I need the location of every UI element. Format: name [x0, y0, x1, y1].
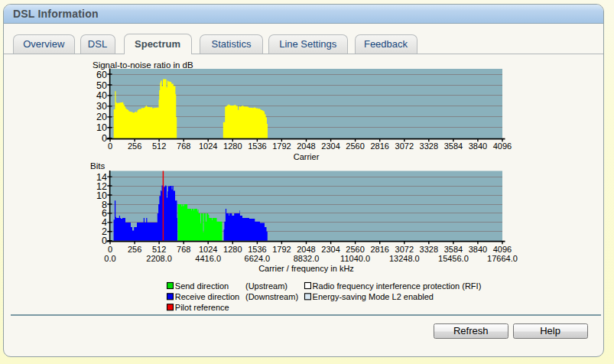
- svg-text:30: 30: [96, 101, 107, 112]
- svg-text:40: 40: [96, 90, 107, 101]
- svg-text:Energy-saving Mode L2 enabled: Energy-saving Mode L2 enabled: [313, 292, 434, 301]
- svg-text:2208.0: 2208.0: [146, 254, 172, 263]
- svg-text:2304: 2304: [321, 245, 339, 254]
- svg-text:Signal-to-noise ratio in dB: Signal-to-noise ratio in dB: [93, 60, 193, 70]
- svg-text:60: 60: [96, 70, 107, 80]
- svg-text:2304: 2304: [321, 141, 339, 151]
- svg-text:4: 4: [102, 217, 107, 228]
- svg-text:2048: 2048: [297, 245, 315, 254]
- svg-text:1024: 1024: [199, 141, 217, 151]
- svg-text:10: 10: [96, 122, 107, 133]
- svg-text:512: 512: [152, 141, 166, 151]
- svg-text:0: 0: [108, 141, 112, 151]
- svg-text:2560: 2560: [346, 245, 364, 254]
- svg-text:256: 256: [128, 141, 141, 151]
- svg-text:Carrier: Carrier: [294, 152, 320, 161]
- svg-text:10: 10: [96, 190, 107, 201]
- svg-text:4416.0: 4416.0: [195, 254, 221, 263]
- svg-text:768: 768: [177, 245, 190, 254]
- svg-text:768: 768: [177, 141, 190, 151]
- svg-text:17664.0: 17664.0: [487, 254, 518, 263]
- svg-text:1024: 1024: [199, 245, 217, 254]
- svg-text:0: 0: [102, 236, 107, 246]
- svg-text:8: 8: [102, 200, 107, 210]
- svg-text:1536: 1536: [248, 245, 266, 254]
- svg-text:512: 512: [152, 245, 166, 254]
- svg-text:4096: 4096: [493, 141, 512, 151]
- svg-text:3072: 3072: [395, 141, 414, 151]
- svg-text:Radio frequency interference p: Radio frequency interference protection …: [313, 281, 482, 291]
- svg-text:1280: 1280: [223, 245, 242, 254]
- svg-text:Pilot reference: Pilot reference: [175, 303, 229, 312]
- svg-text:20: 20: [96, 112, 107, 122]
- svg-text:2816: 2816: [370, 141, 388, 151]
- svg-text:2560: 2560: [346, 141, 364, 151]
- svg-text:1536: 1536: [248, 141, 266, 151]
- svg-text:3328: 3328: [420, 141, 438, 151]
- svg-text:6: 6: [102, 208, 107, 219]
- svg-text:3328: 3328: [420, 245, 438, 254]
- svg-text:1792: 1792: [272, 245, 291, 254]
- svg-text:4096: 4096: [493, 245, 512, 254]
- svg-text:14: 14: [96, 172, 107, 183]
- svg-text:Carrier / frequency in kHz: Carrier / frequency in kHz: [258, 264, 354, 273]
- svg-text:8832.0: 8832.0: [294, 254, 320, 263]
- svg-text:1280: 1280: [223, 141, 242, 151]
- svg-text:15456.0: 15456.0: [438, 254, 469, 263]
- svg-text:0: 0: [108, 245, 112, 254]
- svg-text:Send direction: Send direction: [175, 281, 229, 291]
- svg-text:3072: 3072: [395, 245, 414, 254]
- svg-text:2816: 2816: [370, 245, 388, 254]
- svg-text:0: 0: [102, 133, 107, 144]
- svg-text:(Downstream): (Downstream): [245, 292, 298, 301]
- svg-text:Bits: Bits: [90, 161, 105, 171]
- svg-text:13248.0: 13248.0: [389, 254, 420, 263]
- svg-text:Receive direction: Receive direction: [175, 292, 239, 301]
- svg-text:3840: 3840: [469, 141, 487, 151]
- svg-text:1792: 1792: [272, 141, 291, 151]
- svg-text:50: 50: [96, 80, 107, 91]
- svg-text:3584: 3584: [444, 245, 463, 254]
- svg-text:3584: 3584: [444, 141, 463, 151]
- svg-text:6624.0: 6624.0: [245, 254, 271, 263]
- svg-text:(Upstream): (Upstream): [245, 281, 288, 291]
- svg-text:11040.0: 11040.0: [340, 254, 370, 263]
- svg-text:256: 256: [128, 245, 141, 254]
- svg-text:2048: 2048: [297, 141, 315, 151]
- svg-text:0.0: 0.0: [104, 254, 115, 263]
- svg-text:3840: 3840: [469, 245, 487, 254]
